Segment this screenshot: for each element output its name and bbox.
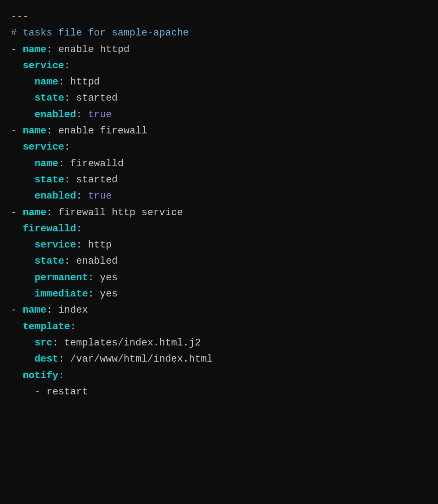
line-immediate: immediate: yes (11, 286, 427, 302)
line-top-dash: --- (11, 9, 427, 25)
line-state1: state: started (11, 90, 427, 106)
line-task4-name: - name: index (11, 302, 427, 318)
comment-text: # tasks file for sample-apache (11, 25, 189, 41)
colon: : (64, 58, 70, 74)
key-name: name (35, 74, 58, 90)
indent (11, 172, 35, 188)
value: enable httpd (58, 42, 130, 58)
indent (11, 74, 35, 90)
indent (11, 107, 35, 123)
colon: : (76, 107, 88, 123)
indent (11, 286, 35, 302)
line-task3-name: - name: firewall http service (11, 205, 427, 221)
indent (11, 237, 35, 253)
line-permanent: permanent: yes (11, 270, 427, 286)
colon-value: : httpd (58, 74, 100, 90)
line-fw-state: state: enabled (11, 253, 427, 270)
indent (11, 384, 35, 400)
key-name: name (22, 205, 46, 221)
key-state: state (35, 90, 64, 106)
dash: - (35, 384, 46, 400)
dash: - (11, 123, 22, 139)
line-fw-service: service: http (11, 237, 427, 253)
key-name: name (35, 156, 58, 172)
line-task2-name: - name: enable firewall (11, 123, 427, 139)
indent (11, 156, 35, 172)
colon-value: : templates/index.html.j2 (52, 335, 201, 351)
line-service1: service: (11, 58, 427, 74)
line-dest: dest: /var/www/html/index.html (11, 351, 427, 367)
key-template: template (22, 319, 70, 335)
line-service2: service: (11, 139, 427, 155)
key-service: service (22, 58, 64, 74)
code-block: --- # tasks file for sample-apache - nam… (0, 0, 438, 504)
key-name: name (22, 42, 46, 58)
indent (11, 188, 35, 204)
key-state: state (35, 253, 64, 270)
colon-value: : yes (88, 270, 118, 286)
colon-value: : /var/www/html/index.html (58, 351, 213, 367)
value-true: true (88, 188, 112, 204)
key-name: name (22, 123, 46, 139)
colon: : (76, 188, 88, 204)
dash: - (11, 205, 22, 221)
colon: : (76, 221, 82, 237)
key-permanent: permanent (35, 270, 88, 286)
key-service: service (35, 237, 76, 253)
colon: : (46, 302, 58, 318)
line-enabled2: enabled: true (11, 188, 427, 204)
key-src: src (35, 335, 53, 351)
key-name: name (22, 302, 46, 318)
indent (11, 335, 35, 351)
value: firewall http service (58, 205, 183, 221)
key-enabled: enabled (35, 107, 76, 123)
line-name-firewalld: name: firewalld (11, 156, 427, 172)
indent (11, 368, 22, 384)
key-notify: notify (22, 368, 58, 384)
colon: : (46, 42, 58, 58)
indent (11, 139, 22, 155)
colon: : (64, 139, 70, 155)
line-firewalld-key: firewalld: (11, 221, 427, 237)
key-firewalld: firewalld (22, 221, 76, 237)
line-comment: # tasks file for sample-apache (11, 25, 427, 41)
colon-value: : enabled (64, 253, 118, 270)
line-restart: - restart (11, 384, 427, 400)
indent (11, 90, 35, 106)
value: enable firewall (58, 123, 147, 139)
value: index (58, 302, 88, 318)
key-dest: dest (35, 351, 58, 367)
key-immediate: immediate (35, 286, 88, 302)
value: restart (46, 384, 88, 400)
key-service: service (22, 139, 64, 155)
indent (11, 253, 35, 270)
colon-value: : yes (88, 286, 118, 302)
indent (11, 221, 22, 237)
line-task1-name: - name: enable httpd (11, 42, 427, 58)
line-template: template: (11, 319, 427, 335)
line-notify: notify: (11, 368, 427, 384)
key-enabled: enabled (35, 188, 76, 204)
dash: - (11, 42, 22, 58)
dash: - (11, 302, 22, 318)
colon: : (70, 319, 76, 335)
colon-value: : started (64, 90, 118, 106)
colon-value: : firewalld (58, 156, 124, 172)
colon: : (46, 205, 58, 221)
indent (11, 58, 22, 74)
line-enabled1: enabled: true (11, 107, 427, 123)
key-state: state (35, 172, 64, 188)
colon: : (58, 368, 64, 384)
top-dash: --- (11, 9, 29, 25)
line-name-httpd: name: httpd (11, 74, 427, 90)
colon-value: : http (76, 237, 112, 253)
colon-value: : started (64, 172, 118, 188)
indent (11, 351, 35, 367)
indent (11, 270, 35, 286)
line-src: src: templates/index.html.j2 (11, 335, 427, 351)
indent (11, 319, 22, 335)
colon: : (46, 123, 58, 139)
line-state2: state: started (11, 172, 427, 188)
value-true: true (88, 107, 112, 123)
